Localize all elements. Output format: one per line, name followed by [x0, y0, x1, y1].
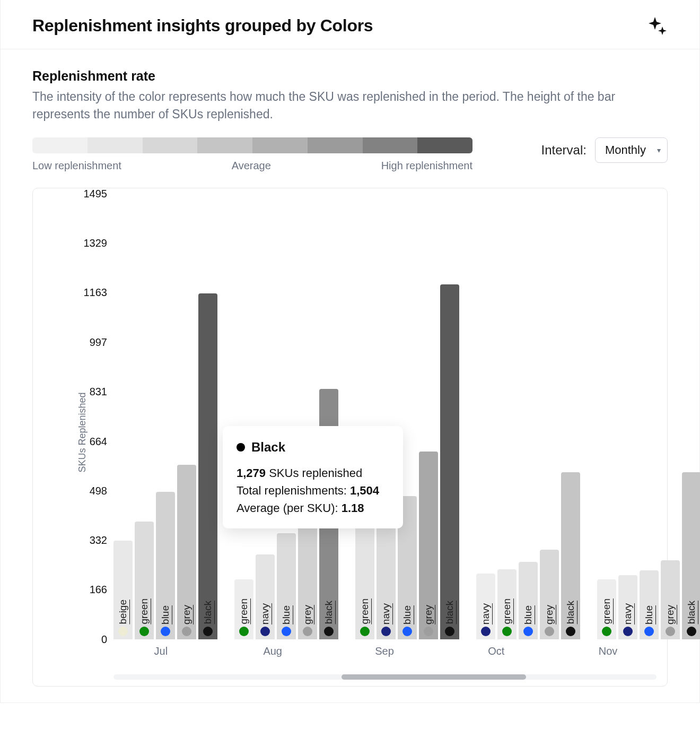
- tooltip-line-skus: 1,279 SKUs replenished: [237, 464, 389, 482]
- month-group: navygreenbluegreyblack: [476, 472, 580, 639]
- gradient-step: [417, 137, 472, 153]
- interval-control: Interval: Monthly ▾: [541, 137, 668, 163]
- insights-card: Replenishment insights grouped by Colors…: [0, 0, 700, 703]
- bar-label: navy: [380, 603, 392, 624]
- y-tick: 997: [59, 336, 107, 348]
- tooltip-avg-label: Average (per SKU):: [237, 501, 338, 515]
- bar-label: green: [138, 598, 150, 624]
- bar-navy[interactable]: navy: [476, 574, 495, 639]
- bar-grey[interactable]: grey: [177, 465, 196, 639]
- section: Replenishment rate The intensity of the …: [1, 49, 699, 172]
- bar-green[interactable]: green: [135, 522, 154, 639]
- color-swatch-icon: [402, 627, 412, 636]
- bar-green[interactable]: green: [597, 579, 616, 639]
- bar-label: black: [323, 601, 335, 624]
- bar-grey[interactable]: grey: [419, 452, 438, 639]
- interval-label: Interval:: [541, 143, 587, 158]
- color-swatch-icon: [203, 627, 213, 636]
- x-labels: JulAugSepOctNov: [113, 645, 655, 657]
- bar-label: navy: [259, 603, 271, 624]
- bar-blue[interactable]: blue: [277, 533, 296, 639]
- x-tick: Aug: [225, 645, 320, 657]
- color-swatch-icon: [502, 627, 512, 636]
- tooltip-skus-label: SKUs replenished: [269, 466, 362, 480]
- bar-label: navy: [622, 603, 634, 624]
- bar-label: grey: [423, 605, 434, 624]
- bar-green[interactable]: green: [234, 579, 253, 639]
- bar-navy[interactable]: navy: [618, 575, 637, 639]
- gradient-scale: [32, 137, 472, 153]
- bar-label: black: [202, 601, 214, 624]
- gradient-step: [32, 137, 88, 153]
- bar-label: green: [501, 598, 513, 624]
- bar-black[interactable]: black: [198, 293, 217, 639]
- interval-select[interactable]: Monthly ▾: [595, 137, 668, 163]
- bar-green[interactable]: green: [497, 569, 517, 639]
- color-swatch-icon: [381, 627, 391, 636]
- tooltip-dot-icon: [237, 443, 245, 452]
- bar-black[interactable]: black: [561, 472, 580, 639]
- chart-card: SKUs Replenished 01663324986648319971163…: [32, 188, 668, 687]
- y-tick: 1495: [59, 187, 107, 199]
- section-title: Replenishment rate: [32, 68, 668, 84]
- bar-grey[interactable]: grey: [298, 516, 317, 639]
- y-tick: 0: [59, 633, 107, 645]
- interval-value: Monthly: [605, 143, 646, 157]
- y-tick: 831: [59, 385, 107, 397]
- bar-green[interactable]: green: [355, 526, 374, 639]
- color-swatch-icon: [303, 627, 312, 636]
- x-tick: Sep: [337, 645, 432, 657]
- color-swatch-icon: [666, 627, 675, 636]
- color-swatch-icon: [324, 627, 334, 636]
- y-tick: 664: [59, 435, 107, 447]
- month-group: beigegreenbluegreyblack: [113, 293, 217, 639]
- bar-label: grey: [544, 605, 555, 624]
- bar-black[interactable]: black: [440, 284, 459, 639]
- bar-beige[interactable]: beige: [113, 541, 133, 639]
- y-ticks: 0166332498664831997116313291495: [59, 194, 107, 639]
- scroll-thumb[interactable]: [342, 674, 526, 680]
- bar-blue[interactable]: blue: [156, 492, 175, 639]
- bar-label: navy: [480, 603, 492, 624]
- tooltip-skus-value: 1,279: [237, 466, 266, 480]
- legend-mid: Average: [232, 160, 271, 172]
- color-swatch-icon: [445, 627, 454, 636]
- tooltip-avg-value: 1.18: [342, 501, 364, 515]
- bar-blue[interactable]: blue: [640, 570, 659, 639]
- month-group: greennavybluegreyblack: [597, 472, 700, 639]
- color-swatch-icon: [360, 627, 370, 636]
- tooltip-header: Black: [237, 438, 389, 457]
- color-swatch-icon: [566, 627, 575, 636]
- bar-navy[interactable]: navy: [256, 554, 275, 639]
- bar-grey[interactable]: grey: [661, 560, 680, 639]
- chart-area: SKUs Replenished 01663324986648319971163…: [39, 194, 661, 671]
- bar-grey[interactable]: grey: [540, 550, 559, 639]
- tooltip-total-label: Total replenishments:: [237, 484, 347, 497]
- bar-label: grey: [302, 605, 313, 624]
- color-swatch-icon: [644, 627, 654, 636]
- bar-label: grey: [664, 605, 676, 624]
- bar-label: black: [444, 601, 456, 624]
- bar-blue[interactable]: blue: [519, 562, 538, 639]
- bar-black[interactable]: black: [682, 472, 700, 639]
- gradient-step: [197, 137, 252, 153]
- sparkle-icon[interactable]: [646, 15, 668, 36]
- legend-low: Low replenishment: [32, 160, 121, 172]
- y-tick: 498: [59, 484, 107, 497]
- bar-label: green: [601, 598, 612, 624]
- legend-row: Low replenishment Average High replenish…: [32, 137, 668, 172]
- gradient-step: [308, 137, 363, 153]
- color-swatch-icon: [481, 627, 491, 636]
- plot[interactable]: beigegreenbluegreyblackgreennavybluegrey…: [113, 194, 655, 639]
- color-swatch-icon: [687, 627, 696, 636]
- color-swatch-icon: [239, 627, 249, 636]
- tooltip-line-total: Total replenishments: 1,504: [237, 482, 389, 499]
- x-tick: Oct: [449, 645, 544, 657]
- bar-label: green: [359, 598, 371, 624]
- color-swatch-icon: [602, 627, 611, 636]
- bar-label: blue: [401, 605, 413, 624]
- horizontal-scrollbar[interactable]: [113, 674, 657, 680]
- gradient-step: [88, 137, 143, 153]
- tooltip: Black 1,279 SKUs replenished Total reple…: [223, 426, 403, 528]
- y-tick: 1163: [59, 287, 107, 299]
